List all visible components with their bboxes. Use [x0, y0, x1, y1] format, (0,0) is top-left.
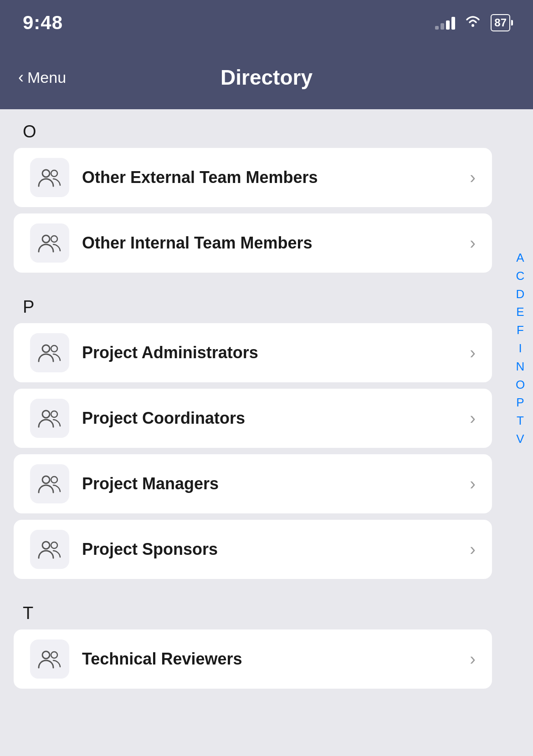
- alpha-letter-d[interactable]: D: [512, 287, 528, 302]
- group-icon-container: [30, 530, 69, 569]
- list-group-p: Project Administrators › Project Coordin…: [14, 323, 492, 583]
- svg-point-5: [42, 345, 50, 352]
- people-icon: [38, 342, 62, 363]
- section-header-p: P: [0, 284, 506, 323]
- section-header-o: O: [0, 109, 506, 148]
- battery-icon: 87: [491, 14, 510, 31]
- chevron-right-icon: ›: [470, 474, 476, 494]
- nav-bar: ‹ Menu Directory: [0, 46, 533, 109]
- chevron-right-icon: ›: [470, 168, 476, 188]
- status-bar: 9:48 87: [0, 0, 533, 46]
- people-icon: [38, 167, 62, 188]
- back-chevron-icon: ‹: [18, 68, 24, 87]
- people-icon: [38, 649, 62, 670]
- svg-point-7: [42, 411, 50, 418]
- list-group-o: Other External Team Members › Other Inte…: [14, 148, 492, 277]
- section-spacer: [0, 277, 506, 284]
- item-label: Technical Reviewers: [82, 649, 457, 669]
- svg-point-4: [51, 236, 57, 242]
- list-item-other-external[interactable]: Other External Team Members ›: [14, 148, 492, 207]
- list-item-other-internal[interactable]: Other Internal Team Members ›: [14, 213, 492, 273]
- list-item-project-managers[interactable]: Project Managers ›: [14, 454, 492, 513]
- chevron-right-icon: ›: [470, 540, 476, 559]
- people-icon: [38, 233, 62, 254]
- list-item-project-sponsors[interactable]: Project Sponsors ›: [14, 520, 492, 579]
- status-time: 9:48: [23, 12, 63, 34]
- list-group-t: Technical Reviewers ›: [14, 629, 492, 693]
- section-header-t: T: [0, 591, 506, 629]
- alpha-letter-t[interactable]: T: [512, 413, 528, 429]
- back-label: Menu: [27, 69, 66, 86]
- chevron-right-icon: ›: [470, 409, 476, 428]
- chevron-right-icon: ›: [470, 649, 476, 669]
- item-label: Project Coordinators: [82, 409, 457, 428]
- chevron-right-icon: ›: [470, 233, 476, 253]
- group-icon-container: [30, 223, 69, 263]
- battery-level: 87: [494, 16, 507, 29]
- alpha-letter-c[interactable]: C: [512, 269, 528, 284]
- svg-point-6: [51, 345, 57, 352]
- item-label: Other External Team Members: [82, 168, 457, 187]
- group-icon-container: [30, 333, 69, 372]
- alpha-letter-i[interactable]: I: [512, 341, 528, 356]
- section-spacer: [0, 693, 506, 700]
- alpha-letter-v[interactable]: V: [512, 431, 528, 447]
- list-item-project-administrators[interactable]: Project Administrators ›: [14, 323, 492, 382]
- signal-icon: [435, 16, 455, 30]
- svg-point-10: [51, 477, 57, 483]
- item-label: Project Sponsors: [82, 540, 457, 559]
- list-item-technical-reviewers[interactable]: Technical Reviewers ›: [14, 629, 492, 689]
- item-label: Project Administrators: [82, 343, 457, 362]
- alphabet-index: ACDEFINOPTV: [512, 250, 528, 447]
- back-button[interactable]: ‹ Menu: [18, 68, 66, 87]
- list-item-project-coordinators[interactable]: Project Coordinators ›: [14, 389, 492, 448]
- svg-point-14: [51, 652, 57, 658]
- section-spacer: [0, 583, 506, 591]
- group-icon-container: [30, 399, 69, 438]
- alpha-letter-f[interactable]: F: [512, 323, 528, 338]
- group-icon-container: [30, 158, 69, 197]
- alpha-letter-a[interactable]: A: [512, 250, 528, 266]
- svg-point-12: [51, 542, 57, 548]
- people-icon: [38, 473, 62, 494]
- alpha-letter-o[interactable]: O: [512, 377, 528, 393]
- svg-point-8: [51, 411, 57, 417]
- item-label: Project Managers: [82, 474, 457, 493]
- item-label: Other Internal Team Members: [82, 233, 457, 253]
- svg-point-0: [472, 24, 474, 27]
- people-icon: [38, 408, 62, 429]
- svg-point-13: [42, 651, 50, 659]
- wifi-icon: [464, 15, 482, 31]
- svg-point-11: [42, 542, 50, 549]
- svg-point-2: [51, 170, 57, 177]
- alpha-letter-p[interactable]: P: [512, 395, 528, 411]
- alpha-letter-n[interactable]: N: [512, 359, 528, 375]
- group-icon-container: [30, 464, 69, 503]
- svg-point-9: [42, 476, 50, 483]
- chevron-right-icon: ›: [470, 343, 476, 363]
- content-area: O Other External Team Members ›: [0, 109, 533, 700]
- group-icon-container: [30, 639, 69, 679]
- page-title: Directory: [220, 65, 313, 90]
- status-icons: 87: [435, 14, 510, 31]
- svg-point-1: [42, 170, 50, 177]
- svg-point-3: [42, 235, 50, 243]
- people-icon: [38, 539, 62, 560]
- alpha-letter-e[interactable]: E: [512, 304, 528, 320]
